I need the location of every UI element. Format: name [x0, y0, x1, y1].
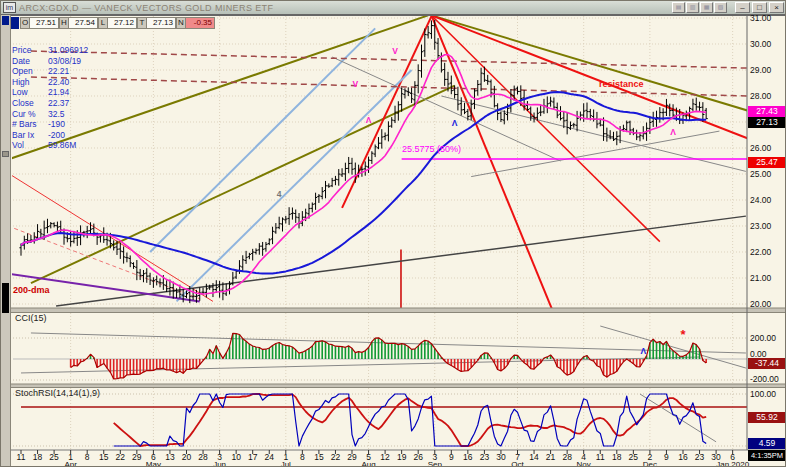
axis-label: 25: [49, 452, 59, 462]
axis-label: 11: [596, 452, 605, 462]
axis-label: Sep: [428, 460, 443, 467]
axis-label: Aug: [361, 460, 375, 467]
axis-label: 21: [546, 452, 556, 462]
ma-price-badge: 27.43: [748, 106, 786, 117]
minimize-button[interactable]: –: [735, 2, 750, 13]
toolbar-tool-icon-4[interactable]: ▧: [714, 2, 727, 13]
wave-marker: Λ: [670, 127, 676, 137]
wave-marker: Λ: [452, 118, 458, 128]
wave-marker: V: [392, 46, 398, 56]
axis-label: Apr: [64, 460, 77, 467]
axis-label: 24: [265, 452, 275, 462]
axis-label: 10: [231, 452, 241, 462]
axis-label: 22: [116, 452, 126, 462]
axis-label: Jan 2020: [716, 460, 749, 467]
axis-label: 23.00: [750, 221, 772, 231]
axis-label: 28: [562, 452, 572, 462]
strip-marker-bottom: [2, 283, 9, 313]
wave-marker: Λ: [640, 346, 646, 356]
strip-marker-mid: [2, 151, 9, 157]
axis-label: 17: [248, 452, 258, 462]
axis-label: 25: [629, 452, 639, 462]
axis-label: 11: [17, 452, 26, 462]
wave-marker: 4: [277, 189, 282, 199]
wave-marker: V: [352, 79, 358, 89]
stochrsi-panel-label: StochRSI(14,14(1),9): [15, 388, 100, 398]
axis-label: 28.00: [750, 91, 772, 101]
stochrsi-k-badge: 4.59: [748, 438, 786, 449]
axis-label: 14: [529, 452, 539, 462]
axis-label: 23: [695, 452, 705, 462]
axis-label: 23: [480, 452, 490, 462]
toolbar-tool-icon-1[interactable]: ▤: [672, 2, 685, 13]
axis-label: 9: [449, 452, 454, 462]
axis-label: May: [146, 460, 161, 467]
toolbar-tool-icon-2[interactable]: ▥: [686, 2, 699, 13]
axis-label: 8: [85, 452, 90, 462]
maximize-button[interactable]: □: [752, 2, 767, 13]
axis-label: 15: [99, 452, 109, 462]
axis-label: 8: [300, 452, 305, 462]
axis-label: 12: [380, 452, 390, 462]
axis-label: 100.00: [750, 389, 776, 399]
axis-label: 9: [664, 452, 669, 462]
axis-label: 22.00: [750, 247, 772, 257]
axis-label: 16: [463, 452, 473, 462]
axis-label: Jun: [213, 460, 226, 467]
time-badge: 4:1:35PM: [748, 450, 786, 461]
chart-canvas[interactable]: VVΛΛΛ4*Λ20.0021.0022.0023.0024.0025.0026…: [1, 1, 786, 467]
toolbar-tool-icon-3[interactable]: ▦: [700, 2, 713, 13]
axis-label: 29.00: [750, 65, 772, 75]
close-button[interactable]: ×: [769, 2, 784, 13]
axis-label: 26.00: [750, 143, 772, 153]
last-price-badge: 27.13: [748, 117, 786, 128]
cci-panel-label: CCI(15): [15, 313, 47, 323]
axis-label: 30: [496, 452, 506, 462]
axis-label: Oct: [511, 460, 524, 467]
axis-label: 18: [33, 452, 43, 462]
axis-label: 26: [413, 452, 423, 462]
stochrsi-d-badge: 55.92: [748, 412, 786, 423]
mini-toolbar: ▤ ▥ ▦ ▧: [672, 2, 727, 13]
axis-label: 30.00: [750, 39, 772, 49]
fib-price-badge: 25.47: [748, 157, 786, 168]
axis-label: 15: [314, 452, 324, 462]
axis-label: 16: [678, 452, 688, 462]
axis-label: 19: [397, 452, 407, 462]
axis-label: 200.00: [750, 333, 776, 343]
window-chart-icon: im: [3, 2, 16, 13]
axis-label: Dec: [643, 460, 657, 467]
cci-value-badge: -37.44: [748, 358, 786, 369]
axis-label: 25.00: [750, 169, 772, 179]
wave-marker: Λ: [366, 115, 372, 125]
chart-window: VVΛΛΛ4*Λ20.0021.0022.0023.0024.0025.0026…: [0, 0, 786, 467]
axis-label: 21.00: [750, 273, 772, 283]
axis-label: 29: [132, 452, 142, 462]
axis-label: Jul: [281, 460, 291, 467]
left-tool-strip[interactable]: [1, 15, 11, 467]
axis-label: 22: [331, 452, 341, 462]
axis-label: 18: [612, 452, 622, 462]
axis-label: 13: [165, 452, 175, 462]
axis-label: 28: [198, 452, 208, 462]
window-title: ARCX:GDX,D — VANECK VECTORS GOLD MINERS …: [19, 3, 672, 13]
title-bar: im ARCX:GDX,D — VANECK VECTORS GOLD MINE…: [1, 1, 786, 15]
axis-label: 20: [182, 452, 192, 462]
axis-label: 20.00: [750, 299, 772, 309]
axis-label: -200.00: [750, 374, 779, 384]
axis-label: 29: [347, 452, 357, 462]
axis-label: 24.00: [750, 195, 772, 205]
strip-marker-top: [2, 16, 9, 25]
axis-label: Nov: [577, 460, 591, 467]
